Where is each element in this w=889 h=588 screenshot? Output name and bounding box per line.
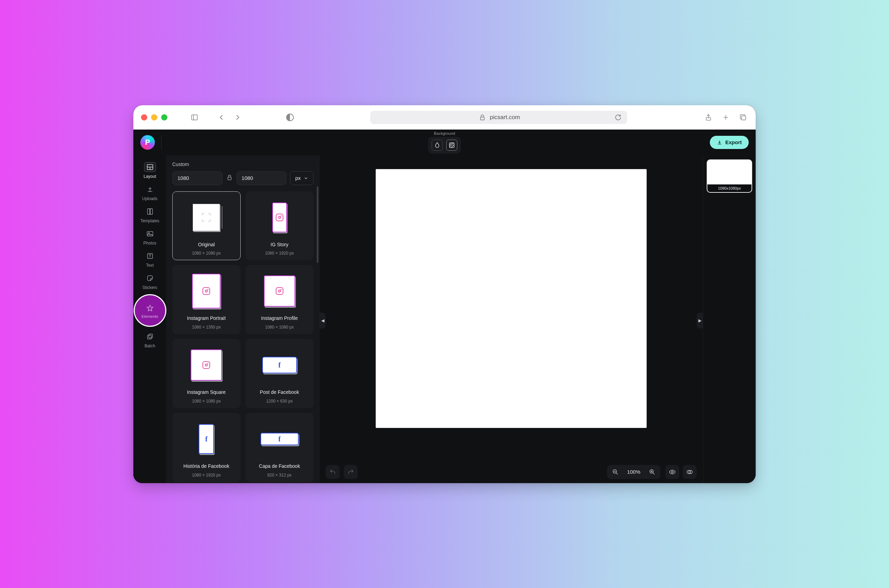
svg-rect-20 — [147, 335, 151, 339]
preset-fb-cover[interactable]: f Capa de Facebook 820 × 312 px — [246, 413, 314, 482]
preset-ig-square[interactable]: Instagram Square 1080 × 1080 px — [172, 339, 241, 408]
new-tab-icon[interactable] — [721, 112, 731, 122]
chevron-down-icon — [303, 176, 308, 181]
redo-button[interactable] — [344, 465, 358, 479]
background-color-button[interactable] — [432, 140, 443, 151]
window-controls — [141, 114, 167, 120]
height-input[interactable]: 1080 — [237, 171, 287, 185]
rail-item-label: Layout — [144, 174, 156, 179]
rail-item-layout[interactable]: Layout — [135, 159, 165, 181]
upload-icon — [144, 184, 156, 194]
nav-back-icon[interactable] — [217, 112, 226, 122]
preset-name: Instagram Square — [187, 389, 226, 395]
rail-item-templates[interactable]: Templates — [135, 204, 165, 225]
app-root: Background Export — [133, 129, 756, 483]
undo-button[interactable] — [326, 465, 340, 479]
history-controls — [326, 465, 358, 479]
view-controls — [666, 465, 697, 479]
tabs-icon[interactable] — [738, 112, 748, 122]
preset-ig-portrait[interactable]: Instagram Portrait 1080 × 1350 px — [172, 265, 241, 334]
preview-button[interactable] — [666, 465, 679, 479]
aspect-lock-icon[interactable] — [226, 174, 233, 182]
layout-panel: Custom 1080 1080 px Original — [167, 155, 319, 483]
preset-thumb — [264, 275, 295, 307]
lock-icon — [477, 112, 487, 122]
facebook-icon: f — [278, 435, 280, 442]
preset-ig-profile[interactable]: Instagram Profile 1080 × 1080 px — [246, 265, 314, 334]
svg-rect-22 — [228, 177, 231, 180]
nav-forward-icon[interactable] — [233, 112, 242, 122]
instagram-icon — [276, 214, 283, 221]
rail-item-text[interactable]: Text — [135, 248, 165, 270]
preset-name: Original — [198, 242, 214, 248]
svg-line-27 — [653, 473, 655, 474]
panel-title: Custom — [172, 162, 313, 167]
preset-thumb — [272, 202, 287, 232]
instagram-icon — [276, 287, 283, 295]
sidebar-toggle-icon[interactable] — [190, 112, 199, 122]
rail-item-label: Elements — [142, 314, 158, 318]
rail-item-elements[interactable]: Elements — [134, 294, 166, 327]
facebook-icon: f — [278, 362, 280, 369]
preset-dims: 1080 × 1080 px — [192, 399, 221, 404]
left-rail: Layout Uploads Templates Photos Text — [133, 155, 167, 483]
rail-item-photos[interactable]: Photos — [135, 226, 165, 248]
page-thumb[interactable]: 1080x1080px — [707, 159, 752, 193]
canvas[interactable] — [376, 169, 647, 428]
rail-item-batch[interactable]: Batch — [135, 329, 165, 351]
preset-name: História de Facebook — [183, 464, 229, 469]
preset-grid: Original 1080 × 1080 px IG Story 1080 × … — [172, 191, 313, 482]
svg-rect-21 — [148, 334, 153, 338]
preset-name: Capa de Facebook — [259, 464, 300, 469]
preset-original[interactable]: Original 1080 × 1080 px — [172, 191, 241, 261]
background-label: Background — [428, 131, 461, 135]
preset-thumb: f — [261, 433, 299, 445]
zoom-in-button[interactable] — [646, 465, 658, 479]
zoom-out-button[interactable] — [609, 465, 622, 479]
zoom-level[interactable]: 100% — [625, 469, 642, 475]
rail-item-label: Photos — [144, 241, 156, 246]
svg-rect-0 — [192, 115, 198, 120]
preset-name: Post de Facebook — [260, 389, 299, 395]
minimize-window[interactable] — [151, 114, 157, 120]
width-input[interactable]: 1080 — [172, 171, 223, 185]
zoom-controls: 100% — [607, 465, 661, 479]
app-header: Background Export — [133, 129, 756, 155]
background-pattern-button[interactable] — [446, 140, 457, 151]
canvas-stage: ◀ ▶ 100% — [319, 155, 703, 483]
page-thumb-caption: 1080x1080px — [708, 184, 751, 192]
preset-name: Instagram Profile — [261, 315, 298, 321]
browser-window: picsart.com Background — [133, 105, 756, 483]
zoom-window[interactable] — [161, 114, 167, 120]
unit-dropdown[interactable]: px — [290, 171, 313, 185]
preset-dims: 820 × 312 px — [267, 473, 292, 477]
svg-point-30 — [672, 471, 673, 473]
export-button[interactable]: Export — [710, 136, 749, 149]
download-icon — [717, 140, 722, 145]
address-bar[interactable]: picsart.com — [370, 111, 627, 124]
reload-icon[interactable] — [613, 112, 623, 122]
preset-name: IG Story — [270, 242, 288, 248]
layers-button[interactable] — [683, 465, 697, 479]
background-controls: Background — [428, 131, 461, 153]
svg-rect-6 — [741, 116, 745, 120]
preset-dims: 1080 × 1080 px — [265, 325, 294, 330]
preset-dims: 1200 × 630 px — [266, 399, 293, 404]
svg-rect-2 — [480, 117, 484, 120]
rail-item-uploads[interactable]: Uploads — [135, 182, 165, 203]
privacy-shield-icon[interactable] — [286, 114, 294, 121]
share-icon[interactable] — [703, 112, 713, 122]
preset-fb-post[interactable]: f Post de Facebook 1200 × 630 px — [246, 339, 314, 408]
collapse-right-panel[interactable]: ▶ — [697, 313, 703, 328]
svg-line-24 — [616, 473, 618, 474]
picsart-logo[interactable] — [140, 135, 155, 150]
preset-ig-story[interactable]: IG Story 1080 × 1920 px — [246, 191, 314, 261]
stickers-icon — [144, 273, 156, 283]
collapse-left-panel[interactable]: ◀ — [319, 313, 326, 328]
svg-marker-19 — [147, 305, 153, 311]
preset-fb-story[interactable]: f História de Facebook 1080 × 1920 px — [172, 413, 241, 482]
rail-item-stickers[interactable]: Stickers — [135, 270, 165, 292]
layout-icon — [144, 162, 156, 172]
templates-icon — [144, 207, 156, 216]
close-window[interactable] — [141, 114, 147, 120]
